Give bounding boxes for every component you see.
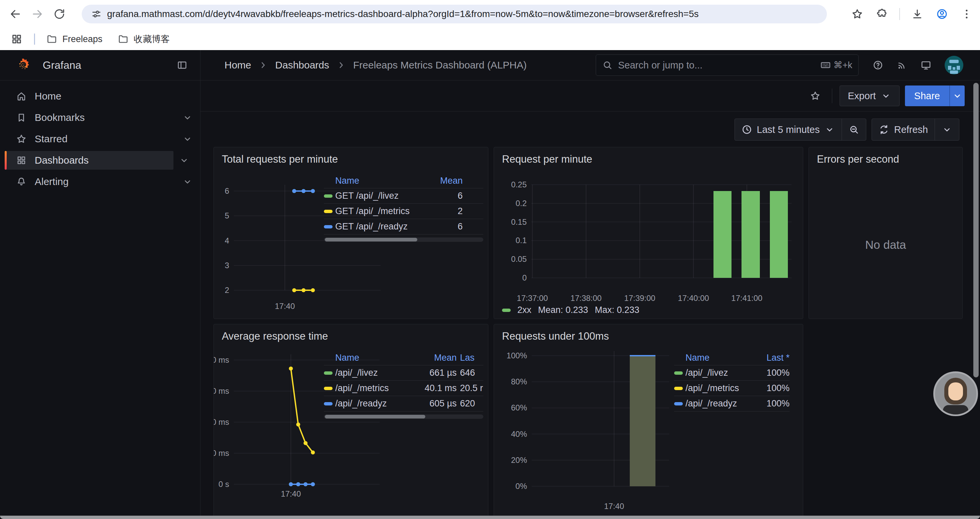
refresh-group: Refresh [872,118,959,141]
legend-scrollbar[interactable] [324,238,483,242]
series-value: 20.5 r [457,383,483,393]
assistant-avatar-overlay[interactable] [933,371,978,416]
brand-title: Grafana [43,59,81,72]
legend-row[interactable]: GET /api/_/metrics2 [324,204,483,219]
browser-menu-button[interactable] [959,7,974,21]
breadcrumb-current: Freeleaps Metrics Dashboard (ALPHA) [353,59,527,71]
series-swatch [324,371,332,375]
series-name[interactable]: /api/_/readyz [335,398,407,409]
legend-row[interactable]: /api/_/metrics40.1 ms20.5 r [324,381,483,396]
downloads-button[interactable] [910,7,924,21]
svg-text:2: 2 [225,286,229,295]
sidebar-item-starred[interactable]: Starred [5,129,196,148]
series-name[interactable]: /api/_/metrics [686,383,753,393]
chevron-right-icon [336,60,347,70]
chevron-down-icon[interactable] [182,176,191,187]
apps-button[interactable] [10,32,24,46]
extensions-button[interactable] [875,7,889,21]
svg-text:0%: 0% [515,482,527,490]
subheader-separator [832,88,832,103]
search-input[interactable] [617,59,820,71]
refresh-interval-button[interactable] [935,119,959,140]
series-swatch [502,308,511,312]
grafana-logo[interactable] [16,57,31,73]
legend-scrollbar-thumb[interactable] [325,415,425,418]
search-box[interactable]: ⌘+k [596,54,859,76]
legend-row[interactable]: GET /api/_/livez6 [324,188,483,204]
breadcrumb-dashboards[interactable]: Dashboards [275,59,329,71]
chevron-down-icon [824,124,835,135]
sidebar-item-alerting[interactable]: Alerting [5,172,196,191]
legend-row[interactable]: GET /api/_/readyz6 [324,219,483,235]
bookmark-folder-freeleaps[interactable]: Freeleaps [46,34,102,45]
panel-under-100ms: Requests under 100ms 100%80%60%40%20%0%1… [494,324,803,519]
forward-button[interactable] [30,7,45,21]
help-icon[interactable] [873,60,883,70]
legend-scrollbar[interactable] [324,414,483,419]
back-button[interactable] [8,7,23,21]
legend-row[interactable]: /api/_/readyz605 µs620 [324,396,483,412]
url-input[interactable] [107,8,820,20]
site-settings-icon[interactable] [91,9,102,19]
svg-text:0.2: 0.2 [516,199,527,208]
sidebar-menu: Home Bookmarks Starred Dashboards Alerti… [5,87,196,194]
sidebar-item-label: Dashboards [35,155,89,166]
panel-title[interactable]: Errors per second [817,153,899,165]
series-name[interactable]: /api/_/livez [335,368,407,378]
legend-row[interactable]: /api/_/readyz100% [674,396,789,412]
series-name[interactable]: GET /api/_/readyz [335,222,431,232]
series-name[interactable]: GET /api/_/metrics [335,206,431,216]
svg-text:60%: 60% [511,403,527,412]
refresh-button[interactable]: Refresh [872,119,935,140]
legend-header[interactable]: NameLast * [674,350,789,366]
svg-text:17:40: 17:40 [275,302,295,311]
user-avatar[interactable] [945,56,963,75]
series-name[interactable]: /api/_/readyz [686,398,753,409]
legend-table[interactable]: NameMeanLas/api/_/livez661 µs646/api/_/m… [324,350,483,419]
legend-row[interactable]: /api/_/livez661 µs646 [324,366,483,381]
series-name[interactable]: /api/_/livez [686,368,753,378]
sidebar-item-label: Alerting [35,176,69,187]
bookmark-folder-blogs[interactable]: 收藏博客 [118,33,170,45]
kiosk-monitor-icon[interactable] [921,60,931,70]
legend-row[interactable]: /api/_/metrics100% [674,381,789,396]
chevron-down-icon [881,91,891,101]
legend-header[interactable]: NameMeanLas [324,350,483,366]
bookmark-star-button[interactable] [850,7,865,21]
chevron-down-icon[interactable] [182,134,191,144]
legend-inline[interactable]: 2xx Mean: 0.233 Max: 0.233 [502,305,640,315]
sidebar-item-home[interactable]: Home [5,87,196,105]
share-menu-button[interactable] [949,86,965,106]
series-name[interactable]: /api/_/metrics [335,383,407,393]
legend-table[interactable]: NameMeanGET /api/_/livez6GET /api/_/metr… [324,173,483,242]
export-button[interactable]: Export [840,86,900,106]
favorite-dashboard-button[interactable] [806,86,824,105]
reload-button[interactable] [52,7,67,21]
time-range-button[interactable]: Last 5 minutes [735,119,842,140]
header-icons [873,56,963,75]
series-name[interactable]: GET /api/_/livez [335,191,431,201]
kebab-icon [961,8,973,20]
breadcrumb-home[interactable]: Home [224,59,251,71]
legend-header[interactable]: NameMean [324,173,483,188]
home-icon [16,91,25,102]
url-bar[interactable] [82,5,827,23]
sidebar-item-bookmarks[interactable]: Bookmarks [5,108,196,127]
sidebar-toggle-icon[interactable] [177,60,188,70]
news-rss-icon[interactable] [897,60,907,70]
panel-request-per-minute: Request per minute 0.250.20.150.10.05017… [494,147,803,319]
zoom-out-button[interactable] [842,119,866,140]
chevron-down-icon[interactable] [182,112,191,123]
page-scrollbar[interactable] [973,83,978,377]
legend-row[interactable]: /api/_/livez100% [674,366,789,381]
legend-table[interactable]: NameLast */api/_/livez100%/api/_/metrics… [674,350,789,412]
sidebar-item-dashboards[interactable]: Dashboards [5,151,173,170]
series-swatch [324,225,332,228]
share-button[interactable]: Share [905,86,949,106]
clock-icon [741,124,752,135]
series-name[interactable]: 2xx [517,305,531,315]
chevron-down-icon[interactable] [179,155,188,166]
svg-text:17:41:00: 17:41:00 [731,294,762,303]
profile-button[interactable] [935,7,949,21]
legend-scrollbar-thumb[interactable] [325,238,417,241]
